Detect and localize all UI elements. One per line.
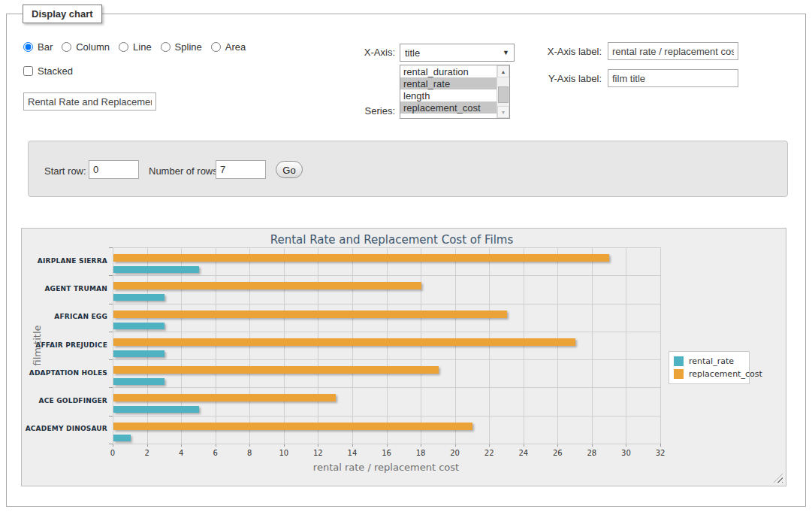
y-axis-label-input[interactable] xyxy=(608,69,738,87)
bar-replacement_cost xyxy=(113,394,336,401)
category-label: AIRPLANE SIERRA xyxy=(22,257,107,265)
gridline-horizontal xyxy=(113,416,660,417)
category-label: ACE GOLDFINGER xyxy=(22,397,107,404)
x-axis-title: rental rate / replacement cost xyxy=(240,462,533,473)
chart-type-option-line: Line xyxy=(119,41,152,53)
chart-type-option-column: Column xyxy=(62,41,110,53)
y-axis-title: film title xyxy=(32,322,43,370)
listbox-scrollbar[interactable]: ▲ ▼ xyxy=(497,65,509,118)
category-label: ADAPTATION HOLES xyxy=(22,369,107,377)
chart-type-radio-line[interactable] xyxy=(119,42,128,52)
series-option-rental_duration[interactable]: rental_duration xyxy=(400,65,497,77)
category-label: AFRICAN EGG xyxy=(22,313,107,320)
legend-swatch xyxy=(674,356,684,366)
chart-type-option-area: Area xyxy=(211,41,246,53)
chart-type-option-spline: Spline xyxy=(161,41,202,53)
series-option-length[interactable]: length xyxy=(400,89,497,101)
stacked-label: Stacked xyxy=(23,65,73,77)
gridline-vertical xyxy=(660,247,661,444)
bar-rental_rate xyxy=(113,294,165,301)
bar-replacement_cost xyxy=(113,338,575,346)
bar-replacement_cost xyxy=(113,254,609,262)
x-tick-label: 28 xyxy=(581,449,603,457)
x-tick-label: 0 xyxy=(101,449,124,457)
x-axis-select[interactable]: title ▼ xyxy=(400,44,515,62)
gridline-horizontal xyxy=(113,332,660,332)
x-tick-label: 10 xyxy=(273,449,295,457)
bar-rental_rate xyxy=(113,266,199,273)
y-axis-label-field-label: Y-Axis label: xyxy=(533,73,602,84)
stacked-checkbox[interactable] xyxy=(23,66,33,76)
x-tick-label: 14 xyxy=(341,449,364,457)
number-of-rows-label: Number of rows: xyxy=(149,165,220,177)
y-axis-tick xyxy=(109,359,113,360)
series-options: rental_durationrental_ratelengthreplacem… xyxy=(400,65,497,118)
x-axis-label-input[interactable] xyxy=(608,42,738,60)
chart-type-radio-spline[interactable] xyxy=(161,42,171,52)
gridline-horizontal xyxy=(113,387,660,388)
page: { "fieldset": { "legend": "Display chart… xyxy=(0,0,812,512)
bar-rental_rate xyxy=(113,323,165,329)
y-axis-tick xyxy=(109,275,113,276)
x-tick-label: 26 xyxy=(546,449,569,457)
start-row-input[interactable] xyxy=(89,160,139,179)
x-tick-label: 4 xyxy=(170,449,192,457)
bar-replacement_cost xyxy=(113,366,439,374)
chart-type-radio-column[interactable] xyxy=(62,42,71,52)
y-axis-tick xyxy=(109,304,113,304)
chart-type-option-bar: Bar xyxy=(23,41,53,53)
gridline-horizontal xyxy=(113,275,660,276)
x-tick-label: 22 xyxy=(478,449,500,457)
legend-swatch xyxy=(674,369,684,379)
scroll-up-icon[interactable]: ▲ xyxy=(497,65,509,77)
x-tick-label: 8 xyxy=(238,449,261,457)
x-tick-label: 18 xyxy=(409,449,432,457)
gridline-vertical xyxy=(626,247,626,444)
x-tick-label: 20 xyxy=(444,449,466,457)
category-label: AGENT TRUMAN xyxy=(22,285,107,292)
display-chart-fieldset: Display chart BarColumnLineSplineArea St… xyxy=(6,14,806,507)
chart-type-radiogroup: BarColumnLineSplineArea xyxy=(23,41,252,53)
bar-rental_rate xyxy=(113,435,131,441)
bar-replacement_cost xyxy=(113,423,472,430)
bar-rental_rate xyxy=(113,378,165,385)
chevron-down-icon: ▼ xyxy=(503,49,509,56)
x-tick-label: 16 xyxy=(376,449,398,457)
fieldset-legend: Display chart xyxy=(23,5,102,23)
number-of-rows-input[interactable] xyxy=(216,160,266,179)
y-axis-tick xyxy=(109,416,113,417)
resize-grip-icon[interactable] xyxy=(774,474,783,483)
x-axis-label-field-label: X-Axis label: xyxy=(533,46,602,57)
legend-item-replacement_cost[interactable]: replacement_cost xyxy=(674,368,744,380)
series-listbox[interactable]: rental_durationrental_ratelengthreplacem… xyxy=(400,65,510,119)
start-row-label: Start row: xyxy=(44,165,86,177)
chart-title: Rental Rate and Replacement Cost of Film… xyxy=(22,233,762,247)
series-option-replacement_cost[interactable]: replacement_cost xyxy=(400,101,497,114)
chart-type-radio-bar[interactable] xyxy=(23,42,33,52)
x-tick-label: 2 xyxy=(136,449,158,457)
stacked-row: Stacked xyxy=(23,65,79,77)
x-tick-label: 24 xyxy=(512,449,535,457)
chart-title-input[interactable] xyxy=(23,92,156,111)
x-axis-select-label: X-Axis: xyxy=(326,47,395,58)
y-axis-tick xyxy=(109,332,113,332)
chart-container: Rental Rate and Replacement Cost of Film… xyxy=(21,228,786,486)
bar-rental_rate xyxy=(113,350,165,357)
gridline-horizontal xyxy=(113,444,660,444)
series-listbox-label: Series: xyxy=(326,105,395,117)
x-tick-label: 30 xyxy=(614,449,637,457)
scrollbar-thumb[interactable] xyxy=(498,86,509,103)
series-option-rental_rate[interactable]: rental_rate xyxy=(400,77,497,89)
go-button[interactable]: Go xyxy=(276,161,303,178)
y-axis-tick xyxy=(109,387,113,388)
y-axis-tick xyxy=(109,444,113,444)
scroll-down-icon[interactable]: ▼ xyxy=(497,106,509,118)
x-tick-label: 32 xyxy=(649,449,672,457)
x-axis-selected-value: title xyxy=(405,47,420,59)
category-label: ACADEMY DINOSAUR xyxy=(22,425,107,432)
gridline-vertical xyxy=(592,247,593,444)
legend-item-rental_rate[interactable]: rental_rate xyxy=(674,355,744,368)
legend-label: replacement_cost xyxy=(689,369,762,379)
chart-type-radio-area[interactable] xyxy=(211,42,221,52)
gridline-horizontal xyxy=(113,247,660,248)
